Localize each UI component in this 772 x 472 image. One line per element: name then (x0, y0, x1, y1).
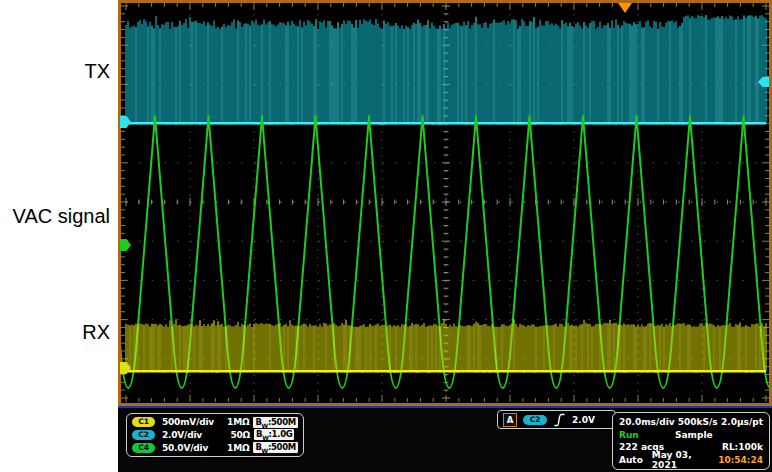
timebase-value: 20.0ms/div 500kS/s (619, 417, 718, 427)
channel-row[interactable]: C450.0V/div1MΩBW:500M (132, 442, 298, 454)
resolution-value: 2.0µs/pt (721, 417, 763, 427)
channel-bandwidth: BW:500M (253, 417, 298, 428)
channel-badge[interactable]: C1 (132, 417, 155, 427)
run-state[interactable]: Run (619, 430, 675, 440)
time-value: 10:54:24 (718, 455, 763, 465)
channel-bandwidth: BW:500M (253, 442, 298, 453)
channel-impedance: 1MΩ (222, 417, 250, 427)
trigger-source-badge[interactable]: C2 (523, 415, 547, 425)
record-length: RL:100k (722, 442, 763, 452)
acquisition-mode: Sample (675, 430, 713, 440)
display-separator (118, 406, 772, 408)
trigger-readout[interactable]: A C2 2.0V (497, 410, 616, 429)
channels-readout[interactable]: C1500mV/div1MΩBW:500MC22.0V/div50ΩBW:1.0… (126, 413, 304, 457)
channel-impedance: 50Ω (222, 430, 250, 440)
channel-bandwidth: BW:1.0G (254, 429, 294, 440)
channel-scale: 500mV/div (162, 417, 222, 427)
label-tx: TX (8, 60, 110, 82)
channel-impedance: 1MΩ (222, 443, 250, 453)
channel-badge[interactable]: C2 (132, 430, 155, 440)
trigger-level-value: 2.0V (572, 415, 595, 425)
channel-row[interactable]: C22.0V/div50ΩBW:1.0G (132, 429, 298, 441)
channel-scale: 50.0V/div (162, 443, 222, 453)
channel-row[interactable]: C1500mV/div1MΩBW:500M (132, 416, 298, 428)
tx-waveform (126, 15, 766, 125)
rising-edge-slope-icon (553, 413, 566, 427)
horizontal-acquisition-readout[interactable]: 20.0ms/div 500kS/s 2.0µs/pt Run Sample 2… (612, 412, 770, 470)
date-value: May 03, 2021 (652, 450, 718, 470)
channel-badge[interactable]: C4 (132, 443, 155, 453)
oscilloscope-panel: C1500mV/div1MΩBW:500MC22.0V/div50ΩBW:1.0… (118, 0, 772, 472)
channel-scale: 2.0V/div (162, 430, 222, 440)
label-vac-signal: VAC signal (8, 205, 110, 227)
scope-screen[interactable] (118, 0, 772, 406)
rx-waveform (126, 319, 766, 373)
label-rx: RX (8, 321, 110, 343)
trigger-bus-badge[interactable]: A (503, 413, 517, 427)
trigger-mode: Auto (619, 455, 643, 465)
